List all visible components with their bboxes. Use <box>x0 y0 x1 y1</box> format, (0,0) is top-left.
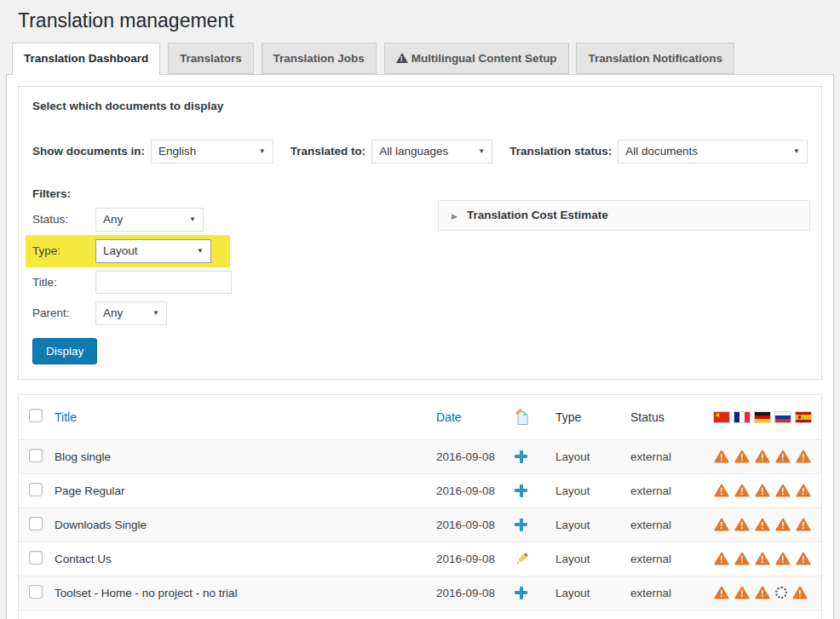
table-row: Page Regular 2016-09-08 Layout external … <box>19 473 821 507</box>
dashboard-content: Select which documents to display Show d… <box>6 74 834 619</box>
warning-icon[interactable]: ! <box>714 552 729 565</box>
warning-icon[interactable]: ! <box>755 450 770 463</box>
row-type: Layout <box>555 450 630 463</box>
warning-icon[interactable]: ! <box>734 450 750 463</box>
add-translation-icon[interactable] <box>515 450 527 463</box>
type-filter-label: Type: <box>32 244 95 257</box>
svg-text:!: ! <box>802 453 804 462</box>
warning-icon[interactable]: ! <box>775 518 791 531</box>
svg-text:!: ! <box>781 521 784 530</box>
select-all-checkbox[interactable] <box>29 409 43 422</box>
warning-icon[interactable]: ! <box>796 484 811 497</box>
row-type: Layout <box>555 519 630 531</box>
warning-icon[interactable]: ! <box>755 552 770 565</box>
warning-icon[interactable]: ! <box>714 450 729 463</box>
language-flags <box>714 412 821 422</box>
tab-translation-dashboard[interactable]: Translation Dashboard <box>12 43 160 75</box>
translation-status-select[interactable]: All documents <box>618 140 808 163</box>
row-checkbox-cell <box>19 449 55 465</box>
svg-text:!: ! <box>761 555 763 565</box>
tab-multilingual-content-setup[interactable]: Multilingual Content Setup <box>384 43 569 74</box>
note-column-header <box>515 409 555 426</box>
note-icon <box>515 409 529 426</box>
chevron-right-icon <box>452 209 457 221</box>
warning-icon[interactable]: ! <box>755 518 770 531</box>
row-languages: !!!!! <box>714 552 821 565</box>
status-filter-label: Status: <box>32 213 95 226</box>
warning-icon[interactable]: ! <box>714 518 729 531</box>
row-status: external <box>630 484 714 497</box>
table-row: Downloads Single 2016-09-08 Layout exter… <box>19 507 821 542</box>
row-languages: !!!!! <box>714 484 821 497</box>
row-checkbox[interactable] <box>29 483 43 496</box>
add-translation-icon[interactable] <box>515 587 527 599</box>
warning-icon[interactable]: ! <box>775 552 791 565</box>
warning-icon[interactable]: ! <box>775 450 791 463</box>
filters-heading: Filters: <box>32 187 808 200</box>
status-column-header: Status <box>630 410 665 424</box>
row-action-cell <box>515 484 555 497</box>
row-status: external <box>630 519 714 531</box>
add-translation-icon[interactable] <box>515 484 527 497</box>
row-checkbox[interactable] <box>29 551 43 565</box>
row-action-cell <box>515 519 555 531</box>
warning-icon[interactable]: ! <box>775 484 791 497</box>
svg-text:!: ! <box>740 589 743 599</box>
page-title: Translation management <box>0 0 840 43</box>
germany-flag <box>755 412 770 422</box>
warning-icon[interactable]: ! <box>755 586 770 599</box>
svg-text:!: ! <box>761 487 763 496</box>
warning-icon[interactable]: ! <box>792 586 808 599</box>
tab-translation-notifications[interactable]: Translation Notifications <box>576 43 734 74</box>
warning-icon[interactable]: ! <box>734 518 750 531</box>
warning-icon[interactable]: ! <box>796 552 811 565</box>
row-title: Page Regular <box>55 484 436 497</box>
svg-text:!: ! <box>720 589 722 599</box>
row-checkbox[interactable] <box>29 517 43 530</box>
row-action-cell <box>515 450 555 463</box>
row-checkbox[interactable] <box>29 449 43 462</box>
svg-text:!: ! <box>802 521 804 530</box>
russia-flag <box>775 412 791 422</box>
status-filter-select[interactable]: Any <box>95 208 204 232</box>
warning-icon[interactable]: ! <box>734 552 750 565</box>
date-column-sort-link[interactable]: Date <box>436 410 462 424</box>
warning-icon[interactable]: ! <box>734 586 750 599</box>
row-status: external <box>630 450 714 463</box>
translated-to-select[interactable]: All languages <box>371 140 492 163</box>
type-column-header: Type <box>555 410 581 424</box>
translation-status-label: Translation status: <box>509 145 612 158</box>
translation-cost-estimate-toggle[interactable]: Translation Cost Estimate <box>438 200 810 231</box>
row-checkbox-cell <box>19 585 55 601</box>
row-type: Layout <box>555 553 630 565</box>
add-translation-icon[interactable] <box>515 519 527 531</box>
parent-filter-select[interactable]: Any <box>95 301 167 325</box>
show-documents-in-select[interactable]: English <box>151 140 273 163</box>
row-checkbox-cell <box>19 551 55 567</box>
svg-text:!: ! <box>802 555 804 565</box>
warning-icon[interactable]: ! <box>796 518 811 531</box>
warning-icon[interactable]: ! <box>714 586 729 599</box>
warning-icon[interactable]: ! <box>755 484 770 497</box>
svg-text:!: ! <box>720 453 722 462</box>
table-row: Toolset - Home - no project - no trial 2… <box>19 576 821 610</box>
display-button[interactable]: Display <box>32 338 97 364</box>
svg-text:!: ! <box>740 487 743 496</box>
warning-icon[interactable]: ! <box>734 484 750 497</box>
title-column-sort-link[interactable]: Title <box>55 410 77 424</box>
parent-filter-label: Parent: <box>32 307 95 319</box>
row-title: Toolset - Home - no project - no trial <box>55 587 436 599</box>
tab-translators[interactable]: Translators <box>168 43 254 74</box>
title-filter-input[interactable] <box>95 271 232 294</box>
edit-pencil-icon[interactable] <box>515 552 529 566</box>
tab-translation-jobs[interactable]: Translation Jobs <box>262 43 377 74</box>
row-checkbox[interactable] <box>29 585 43 599</box>
row-type: Layout <box>555 587 630 599</box>
document-filter-panel: Select which documents to display Show d… <box>18 86 822 380</box>
svg-text:!: ! <box>720 487 722 496</box>
warning-icon[interactable]: ! <box>796 450 811 463</box>
language-controls-row: Show documents in: English Translated to… <box>32 140 808 163</box>
warning-icon[interactable]: ! <box>714 484 729 497</box>
row-title: Blog single <box>55 450 436 463</box>
type-filter-select[interactable]: Layout <box>95 239 211 263</box>
